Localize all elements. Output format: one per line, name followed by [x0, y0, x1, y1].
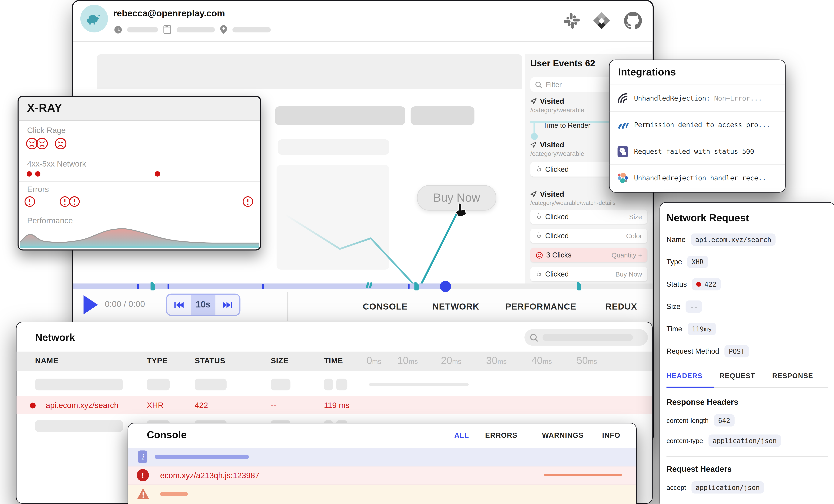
field-label-size: Size: [666, 303, 680, 310]
err-status: 422: [195, 400, 208, 410]
network-request-title: Network Request: [666, 212, 749, 224]
integration-text: Permission denied to access pro...: [634, 121, 770, 129]
event-clicked[interactable]: Clicked Buy Now: [530, 267, 647, 281]
event-clicked[interactable]: Clicked Color: [530, 228, 647, 243]
console-warning-row[interactable]: [128, 485, 636, 504]
play-button[interactable]: [84, 295, 98, 314]
request-headers-heading: Request Headers: [666, 464, 732, 474]
integration-row[interactable]: Permission denied to access pro...: [610, 111, 785, 138]
timeline-event-marker[interactable]: [577, 282, 581, 290]
clicked-target: Color: [626, 232, 642, 240]
err-name: api.ecom.xyz/search: [46, 400, 118, 410]
clock-icon: [114, 26, 122, 33]
col-time[interactable]: TIME: [324, 356, 343, 365]
clicked-hand-icon: [535, 271, 542, 278]
integration-shortcuts: [563, 10, 643, 31]
time-to-render-label: Time to Render: [543, 121, 590, 129]
player-timeline[interactable]: [73, 284, 653, 289]
console-error-row[interactable]: ! ecom.xyz/a213qh.js:123987: [128, 466, 636, 485]
network-error-dot: [27, 171, 32, 177]
tick-unit: ms: [588, 357, 597, 365]
network-table-header: NAME TYPE STATUS SIZE TIME 0ms 10ms 20ms…: [16, 352, 652, 371]
skip-amount-label[interactable]: 10s: [191, 294, 215, 315]
console-title: Console: [147, 429, 186, 441]
field-label-time: Time: [666, 325, 682, 333]
avatar: [80, 5, 108, 32]
visited-label: Visited: [540, 97, 564, 105]
network-search-input[interactable]: [524, 329, 648, 346]
timeline-tick: [168, 284, 169, 289]
tab-headers[interactable]: HEADERS: [666, 372, 703, 380]
divider: [19, 213, 260, 213]
tab-all[interactable]: ALL: [454, 431, 469, 439]
col-type[interactable]: TYPE: [147, 356, 168, 365]
slack-icon[interactable]: [563, 12, 580, 29]
timeline-event-marker[interactable]: [151, 282, 155, 290]
tab-response[interactable]: RESPONSE: [772, 372, 813, 380]
browser-icon: [163, 25, 171, 34]
skip-back-button[interactable]: [167, 294, 191, 315]
clicked-hand-icon: [535, 213, 542, 220]
tab-errors[interactable]: ERRORS: [485, 431, 517, 439]
tab-redux[interactable]: REDUX: [606, 302, 637, 312]
tick-unit: ms: [409, 357, 418, 365]
skeleton-search-text: [543, 334, 633, 341]
click-rage-label: 3 Clicks: [546, 251, 571, 259]
field-value-method: POST: [724, 345, 749, 357]
clicked-target: Size: [629, 213, 642, 220]
tab-request[interactable]: REQUEST: [720, 372, 755, 380]
integration-row[interactable]: Unhandledrejection handler rece..: [610, 164, 785, 191]
cursor-hand-icon: [452, 202, 470, 221]
tick-num: 30: [486, 355, 498, 366]
datadog-icon: [617, 146, 629, 157]
timeline-tick: [408, 284, 410, 289]
col-status[interactable]: STATUS: [195, 356, 225, 365]
event-clicked[interactable]: Clicked Size: [530, 210, 647, 224]
stackdriver-icon: [617, 119, 629, 130]
integration-row[interactable]: Request failed with status 500: [610, 138, 785, 164]
skip-control: 10s: [166, 293, 241, 316]
skeleton-log-text: [155, 455, 249, 459]
github-icon[interactable]: [623, 10, 643, 31]
skeleton-error-trace: [544, 474, 622, 476]
skeleton-meta-location: [233, 27, 271, 32]
field-label-name: Name: [666, 236, 686, 243]
active-tab-underline: [666, 387, 715, 388]
error-icon: !: [137, 469, 149, 481]
timeline-playhead[interactable]: [440, 281, 451, 292]
skeleton-block: [278, 139, 389, 155]
event-click-rage[interactable]: 3 Clicks Quantity +: [530, 248, 647, 262]
skeleton-block: [275, 106, 405, 125]
skeleton-block: [411, 106, 475, 125]
tab-console[interactable]: CONSOLE: [363, 302, 408, 312]
tab-network[interactable]: NETWORK: [432, 302, 479, 312]
xray-panel: X-RAY Click Rage 4xx-5xx Network Errors: [18, 96, 261, 251]
col-size[interactable]: SIZE: [271, 356, 288, 365]
timeline-event-marker[interactable]: [414, 282, 419, 290]
search-icon: [535, 81, 542, 88]
rhino-icon: [85, 10, 103, 27]
skeleton-meta-time: [127, 27, 158, 32]
divider: [19, 181, 260, 182]
tab-warnings[interactable]: WARNINGS: [542, 431, 584, 439]
divider: [287, 292, 288, 321]
console-info-row[interactable]: i: [128, 448, 636, 466]
performance-sparkline: [20, 226, 259, 248]
skeleton-meta-browser: [177, 27, 215, 32]
col-name[interactable]: NAME: [35, 356, 59, 365]
error-status-dot: [30, 402, 36, 408]
tick-num: 20: [441, 355, 452, 366]
xray-title: X-RAY: [27, 102, 62, 114]
req-header-label: accept: [666, 484, 686, 491]
time-to-render-dot: [531, 133, 538, 140]
integration-row[interactable]: UnhandledRejection: Non—Error...: [610, 85, 785, 111]
skip-forward-button[interactable]: [215, 294, 239, 315]
xray-click-rage-label: Click Rage: [27, 126, 66, 134]
skip-back-icon: [174, 301, 184, 309]
info-icon: i: [138, 451, 147, 463]
tab-performance[interactable]: PERFORMANCE: [505, 302, 576, 312]
divider: [19, 156, 260, 156]
network-error-row[interactable]: api.ecom.xyz/search XHR 422 -- 119 ms: [16, 396, 652, 414]
jira-icon[interactable]: [592, 11, 611, 30]
tab-info[interactable]: INFO: [602, 431, 620, 439]
